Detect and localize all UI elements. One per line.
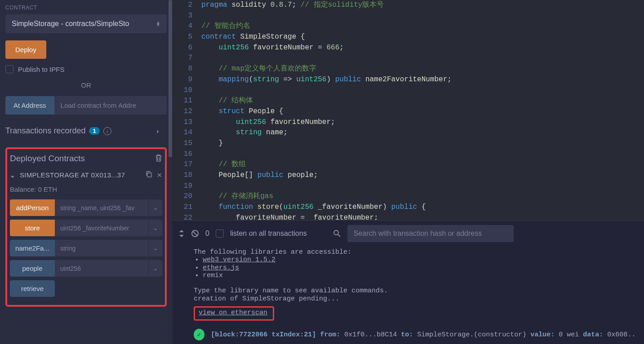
ban-icon[interactable] [191,229,199,238]
function-row: people⌄ [10,260,162,277]
function-row: addPerson⌄ [10,199,162,216]
at-address-button[interactable]: At Address [5,96,54,115]
function-button-retrieve[interactable]: retrieve [10,280,55,297]
function-row: name2Fa...⌄ [10,240,162,256]
terminal-search-input[interactable] [347,225,514,242]
success-check-icon: ✓ [194,329,204,340]
function-button-name2Fa[interactable]: name2Fa... [10,240,55,256]
publish-ipfs-checkbox[interactable] [5,65,13,73]
function-input-people[interactable] [55,260,148,277]
listen-checkbox[interactable] [216,229,224,238]
publish-ipfs-label: Publish to IPFS [18,66,64,73]
terminal-output: The following libraries are accessible: … [172,247,644,325]
line-gutter: 2345678910111213141516171819202122 [172,0,201,220]
function-button-store[interactable]: store [10,220,55,236]
terminal-toolbar: 0 listen on all transactions [172,221,644,247]
search-icon[interactable] [333,229,341,238]
chevron-down-icon[interactable]: ⌄ [148,199,162,216]
chevron-down-icon[interactable]: ⌄ [148,220,162,236]
lib-link[interactable]: web3 version 1.5.2 [203,256,275,264]
transaction-row[interactable]: ✓ [block:7722066 txIndex:21] from: 0x1f0… [172,325,644,344]
function-row: store⌄ [10,220,162,236]
function-button-addPerson[interactable]: addPerson [10,199,55,216]
deploy-button[interactable]: Deploy [5,40,46,59]
scrollbar[interactable] [169,0,172,157]
lib-item: ethers.js [203,264,635,272]
svg-rect-0 [147,173,151,177]
or-divider: OR [5,81,167,89]
svg-point-2 [334,230,338,235]
output-intro: The following libraries are accessible: [194,248,635,256]
contract-instance-name: SIMPLESTORAGE AT 0X013...37 [20,171,141,179]
trash-icon[interactable] [155,154,162,163]
select-arrows-icon: ▲▼ [156,21,160,26]
function-input-name2Fa[interactable] [55,240,148,256]
copy-icon[interactable] [145,171,152,179]
chevron-right-icon: › [156,128,159,135]
close-icon[interactable]: ✕ [157,172,162,179]
chevron-down-icon[interactable]: ⌄ [148,240,162,256]
transactions-label: Transactions recorded [5,126,85,136]
terminal-panel: 0 listen on all transactions The followi… [172,220,644,344]
chevron-down-icon[interactable]: ⌄ [148,260,162,277]
view-on-etherscan-link[interactable]: view on etherscan [199,309,267,317]
chevron-down-icon[interactable]: ⌄ [10,172,15,179]
deployed-contracts-highlight: Deployed Contracts ⌄ SIMPLESTORAGE AT 0X… [5,147,167,307]
transaction-text: [block:7722066 txIndex:21] from: 0x1f0..… [211,331,635,339]
deployed-contracts-title: Deployed Contracts [10,154,85,163]
function-input-store[interactable] [55,220,148,236]
contract-select-value: SimpleStorage - contracts/SimpleSto [12,20,129,28]
listen-label: listen on all transactions [230,229,307,238]
lib-link[interactable]: ethers.js [203,264,239,272]
contract-select[interactable]: SimpleStorage - contracts/SimpleSto ▲▼ [5,14,167,33]
main-pane: 2345678910111213141516171819202122 pragm… [172,0,644,344]
lib-item: web3 version 1.5.2 [203,256,635,264]
transactions-recorded-row[interactable]: Transactions recorded 1 i › [5,126,167,136]
collapse-icon[interactable] [178,230,185,237]
at-address-input[interactable] [54,96,167,115]
transactions-count-badge: 1 [89,127,99,135]
pending-count: 0 [205,229,209,238]
lib-item: remix [203,272,635,279]
function-button-people[interactable]: people [10,260,55,277]
info-icon[interactable]: i [103,127,111,135]
balance-label: Balance: 0 ETH [10,185,162,193]
function-input-addPerson[interactable] [55,199,148,216]
etherscan-highlight: view on etherscan [194,306,274,321]
deploy-panel: CONTRACT SimpleStorage - contracts/Simpl… [0,0,172,344]
contract-label: CONTRACT [5,4,167,11]
code-area[interactable]: pragma solidity 0.8.7; // 指定solidity版本号 … [201,0,644,220]
code-editor[interactable]: 2345678910111213141516171819202122 pragm… [172,0,644,220]
output-hint: Type the library name to see available c… [194,287,635,295]
output-pending: creation of SimpleStorage pending... [194,295,635,303]
function-row: retrieve [10,280,162,297]
